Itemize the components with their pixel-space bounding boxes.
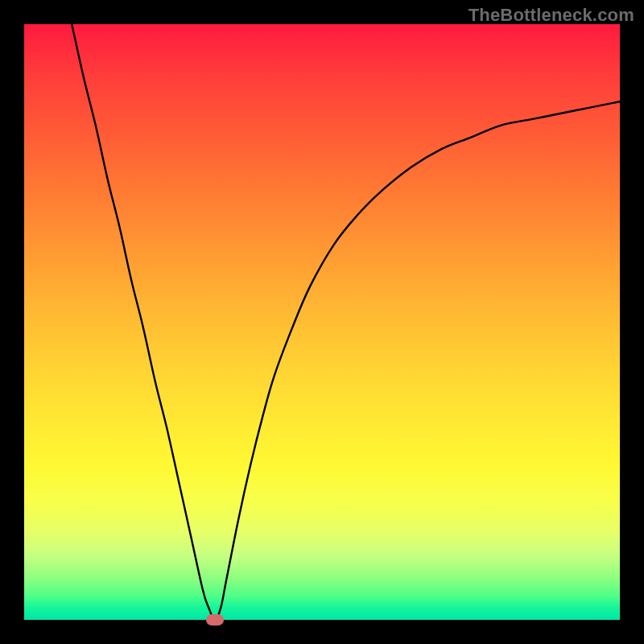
curve-svg <box>24 24 620 620</box>
chart-container: TheBottleneck.com <box>0 0 644 644</box>
plot-area <box>24 24 620 620</box>
watermark-text: TheBottleneck.com <box>469 5 634 26</box>
optimum-marker <box>206 614 224 625</box>
bottleneck-curve <box>72 24 620 620</box>
